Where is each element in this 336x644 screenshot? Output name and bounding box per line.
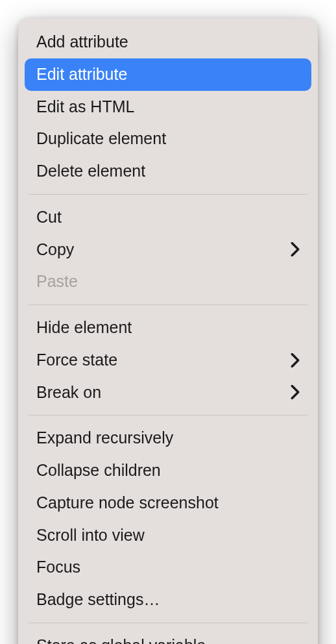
menu-item-label: Cut (36, 206, 62, 229)
menu-item-label: Paste (36, 271, 78, 293)
menu-item-label: Store as global variable (36, 635, 206, 644)
menu-item-label: Capture node screenshot (36, 492, 219, 514)
chevron-right-icon (291, 353, 300, 367)
menu-item-label: Scroll into view (36, 525, 145, 547)
menu-item-label: Copy (36, 239, 74, 261)
menu-item-break-on[interactable]: Break on (18, 377, 318, 409)
menu-item-label: Expand recursively (36, 427, 173, 449)
menu-separator (29, 194, 307, 195)
menu-item-hide-element[interactable]: Hide element (18, 312, 318, 344)
menu-item-label: Badge settings… (36, 589, 160, 611)
menu-item-label: Force state (36, 349, 117, 371)
menu-separator (29, 415, 307, 415)
menu-item-label: Collapse children (36, 460, 161, 482)
menu-item-label: Add attribute (36, 31, 128, 53)
menu-item-add-attribute[interactable]: Add attribute (18, 26, 318, 58)
menu-item-store-as-global-variable[interactable]: Store as global variable (18, 630, 318, 644)
menu-item-capture-node-screenshot[interactable]: Capture node screenshot (18, 487, 318, 519)
chevron-right-icon (291, 385, 300, 399)
menu-item-copy[interactable]: Copy (18, 234, 318, 266)
menu-item-delete-element[interactable]: Delete element (18, 155, 318, 188)
menu-item-duplicate-element[interactable]: Duplicate element (18, 123, 318, 155)
menu-separator (29, 304, 307, 305)
menu-item-label: Edit as HTML (36, 96, 134, 118)
context-menu: Add attribute Edit attribute Edit as HTM… (18, 18, 318, 644)
menu-item-label: Hide element (36, 317, 132, 339)
menu-item-edit-attribute[interactable]: Edit attribute (25, 58, 311, 91)
menu-item-expand-recursively[interactable]: Expand recursively (18, 422, 318, 454)
menu-separator (29, 623, 307, 623)
menu-item-label: Break on (36, 382, 101, 404)
menu-item-collapse-children[interactable]: Collapse children (18, 454, 318, 487)
menu-item-label: Focus (36, 556, 80, 578)
menu-item-focus[interactable]: Focus (18, 551, 318, 584)
menu-item-edit-as-html[interactable]: Edit as HTML (18, 91, 318, 123)
chevron-right-icon (291, 242, 300, 256)
menu-item-paste: Paste (18, 266, 318, 298)
menu-item-label: Edit attribute (36, 64, 127, 86)
menu-item-cut[interactable]: Cut (18, 201, 318, 234)
menu-item-force-state[interactable]: Force state (18, 344, 318, 377)
menu-item-label: Delete element (36, 160, 145, 182)
menu-item-scroll-into-view[interactable]: Scroll into view (18, 519, 318, 552)
menu-item-label: Duplicate element (36, 128, 166, 150)
menu-item-badge-settings[interactable]: Badge settings… (18, 584, 318, 616)
